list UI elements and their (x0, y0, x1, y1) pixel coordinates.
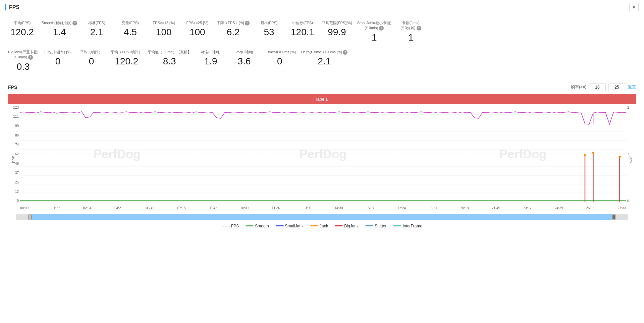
stat-value-2: 2.1 (83, 27, 111, 38)
x-axis-label: 11:36 (272, 206, 280, 210)
svg-point-18 (619, 156, 621, 158)
stat-item-r2-5: 标准(F时间) 1.9 (197, 50, 230, 71)
legend-color-smalljank (276, 225, 284, 226)
legend-item-jank: Jank (310, 224, 328, 228)
fps-threshold-2-input[interactable] (608, 83, 625, 91)
help-icon-r1-10[interactable]: ? (379, 26, 384, 31)
legend-item-interframe: InterFrame (393, 224, 422, 228)
stat-label-11: 卡顿(Jank)(/10分钟) ? (397, 20, 425, 31)
chart-title: FPS (8, 85, 17, 90)
stat-label-1: Smooth(稳帧指数) ? (42, 20, 77, 25)
stat-label-0: 平均(FPS) (8, 20, 36, 25)
legend-label-interframe: InterFrame (402, 224, 422, 228)
stat-item-6: 下降（FPS）[/h] ? 6.2 (217, 20, 255, 42)
stat-value-0: 120.2 (8, 27, 36, 38)
x-axis-label: 10:09 (240, 206, 249, 210)
chart-header: FPS 帧率(>=) 重置 (8, 83, 636, 91)
x-axis-label: 13:03 (303, 206, 312, 210)
stat-value-5: 100 (183, 27, 211, 38)
legend-color-stutter (365, 225, 373, 226)
legend-label-jank: Jank (320, 224, 328, 228)
stat-item-5: FPS>=25 [%] 100 (183, 20, 217, 42)
svg-point-17 (592, 152, 594, 154)
legend-color-interframe (393, 225, 401, 226)
x-axis-label: 05:48 (146, 206, 154, 210)
stat-value-11: 1 (397, 32, 425, 43)
stat-value-r2-7: 0 (264, 56, 296, 67)
stat-value-1: 1.4 (42, 27, 77, 38)
stats-row-2: BigJank(严重卡顿)(/10min) ? 0.3口吃(卡顿率) [%] 0… (8, 50, 636, 76)
y-fps-label: 25 (15, 180, 19, 184)
page-title: FPS (5, 4, 19, 10)
help-icon-r1-1[interactable]: ? (72, 21, 77, 25)
header-bar: FPS ▼ (0, 0, 644, 15)
stat-label-r2-5: 标准(F时间) (197, 50, 225, 55)
stat-item-3: 变量(FPS) 4.5 (116, 20, 150, 42)
header-dropdown[interactable]: ▼ (629, 3, 639, 12)
chevron-down-icon: ▼ (632, 5, 636, 10)
x-axis-label: 20:18 (460, 206, 469, 210)
legend-label-fps: FPS (231, 224, 239, 228)
x-axis-label: 24:39 (554, 206, 563, 210)
scrollbar-thumb[interactable]: ||| ||| (28, 214, 615, 220)
reset-button[interactable]: 重置 (628, 84, 636, 90)
scroll-handle-right[interactable]: ||| (612, 214, 616, 220)
svg-point-16 (584, 154, 586, 156)
stat-label-r2-3: 平均（FPS+帧间） (111, 50, 142, 55)
stat-value-r2-0: 0.3 (8, 61, 38, 72)
stat-label-r2-6: Var(F时间) (230, 50, 258, 55)
legend-item-stutter: Stutter (365, 224, 386, 228)
x-axis-label: 01:27 (52, 206, 60, 210)
y-jank-label: 0 (627, 199, 629, 203)
x-axis-label: 26:06 (586, 206, 594, 210)
legend-item-fps: FPS (222, 224, 239, 228)
stat-value-r2-3: 120.2 (111, 56, 142, 67)
chart-wrapper: 12311199867462493725120 210 FPS Jank Per… (8, 106, 636, 213)
stat-label-r2-1: 口吃(卡顿率) [%] (44, 50, 72, 55)
chart-svg (20, 106, 626, 203)
stat-item-1: Smooth(稳帧指数) ? 1.4 (42, 20, 83, 42)
stat-value-7: 53 (255, 27, 283, 38)
stat-item-r2-7: FTime>=100ms [%] 0 (264, 50, 301, 71)
stat-label-9: 平均范围(FPS)[%] (322, 20, 352, 25)
y-fps-label: 0 (17, 199, 19, 203)
help-icon-r2-0[interactable]: ? (28, 55, 33, 60)
help-icon-r2-8[interactable]: ? (343, 50, 347, 55)
stat-label-r2-2: 平均（帧间） (77, 50, 105, 55)
stat-value-3: 4.5 (116, 27, 144, 38)
stat-value-r2-4: 8.3 (148, 56, 191, 67)
x-axis-label: 18:51 (429, 206, 437, 210)
stat-label-2: 标准(FPS) (83, 20, 111, 25)
stat-item-r2-8: Delta(FTime)>100ms [/h] ? 2.1 (301, 50, 353, 71)
legend-label-bigjank: BigJank (344, 224, 359, 228)
y-fps-label: 86 (15, 133, 19, 137)
stat-label-10: SmallJank(微小卡顿)(/10min) ? (357, 20, 391, 31)
help-icon-r1-11[interactable]: ? (417, 26, 421, 31)
jank-axis-label: Jank (629, 155, 633, 163)
stat-item-0: 平均(FPS) 120.2 (8, 20, 42, 42)
stat-label-r2-4: 平均值（FTime）【毫秒】 (148, 50, 191, 55)
stat-value-8: 120.1 (288, 27, 317, 38)
stat-label-7: 最小(FPS) (255, 20, 283, 25)
y-axis-right: 210 (626, 106, 636, 203)
plot-area: PerfDog PerfDog PerfDog (20, 106, 626, 203)
legend-color-jank (310, 225, 318, 226)
scroll-handle-left[interactable]: ||| (28, 214, 32, 220)
scrollbar-wrapper: ||| ||| (8, 214, 636, 220)
legend-item-smooth: Smooth (246, 224, 269, 228)
x-axis: 00:0001:2702:5404:2105:4807:1508:4210:09… (20, 205, 626, 213)
help-icon-r1-6[interactable]: ? (245, 21, 250, 25)
stats-row-1: 平均(FPS) 120.2Smooth(稳帧指数) ? 1.4标准(FPS) 2… (8, 20, 636, 47)
stat-value-4: 100 (150, 27, 178, 38)
x-axis-label: 07:15 (177, 206, 186, 210)
scrollbar-track[interactable]: ||| ||| (16, 214, 628, 220)
y-fps-label: 99 (15, 124, 19, 128)
legend-color-bigjank (335, 225, 343, 226)
stat-value-r2-5: 1.9 (197, 56, 225, 67)
stat-item-10: SmallJank(微小卡顿)(/10min) ? 1 (357, 20, 397, 47)
stat-value-r2-2: 0 (77, 56, 105, 67)
legend: FPSSmoothSmallJankJankBigJankStutterInte… (8, 221, 636, 230)
fps-threshold-1-input[interactable] (589, 83, 606, 91)
stat-item-r2-6: Var(F时间) 3.6 (230, 50, 264, 71)
x-axis-label: 04:21 (114, 206, 123, 210)
